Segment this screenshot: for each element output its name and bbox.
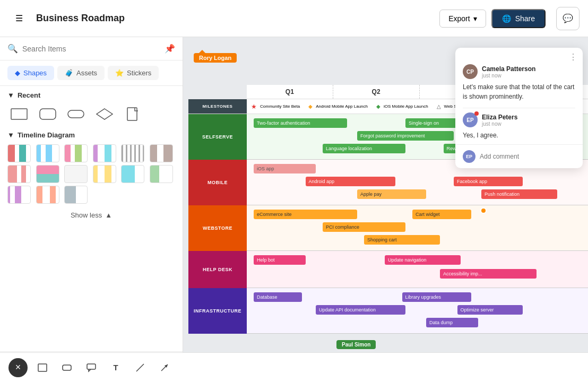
export-button[interactable]: Export ▾: [439, 10, 486, 28]
chevron-up-icon: ▲: [105, 211, 112, 219]
bar-server: Optimize server: [457, 305, 523, 315]
bar-ios: iOS app: [254, 164, 316, 173]
search-bar: 🔍 📌: [0, 37, 183, 60]
timeline-item-12[interactable]: [150, 165, 173, 183]
q2-header: Q2: [333, 85, 420, 99]
shapes-content: ▼ Recent ▼ Timeline Diagram: [0, 86, 183, 351]
timeline-item-13[interactable]: [7, 186, 31, 204]
share-label: Share: [515, 14, 535, 23]
bar-cart-widget: Cart widget: [412, 210, 471, 219]
header-actions: Export ▾ 🌐 Share 💬: [439, 7, 580, 30]
arrow-tool[interactable]: [155, 358, 174, 377]
bar-api: Update API documentation: [316, 305, 405, 315]
line-tool[interactable]: [131, 358, 150, 377]
globe-icon: 🌐: [502, 14, 511, 23]
timeline-item-2[interactable]: [36, 144, 59, 162]
tab-stickers[interactable]: ⭐ Stickers: [108, 66, 159, 80]
helpdesk-content: Help bot Update navigation Accessibility…: [247, 251, 588, 288]
comment-icon: 💬: [563, 13, 573, 23]
timeline-item-10[interactable]: [93, 165, 116, 183]
commenter-1-info: Camela Patterson just now: [482, 65, 535, 79]
comment-button[interactable]: 💬: [556, 7, 580, 30]
collapse-icon: ▼: [7, 91, 14, 99]
shape-rounded-rect[interactable]: [36, 105, 59, 124]
bar-helpbot: Help bot: [254, 255, 306, 265]
recent-section-header[interactable]: ▼ Recent: [7, 91, 175, 99]
infrastructure-content: Database Library upgrades Update API doc…: [247, 288, 588, 334]
avatar-camela: CP: [463, 64, 478, 79]
infrastructure-label: INFRASTRUCTURE: [188, 288, 247, 334]
timeline-section-header[interactable]: ▼ Timeline Diagram: [7, 131, 175, 139]
mobile-label: MOBILE: [188, 160, 247, 205]
shape-rectangle[interactable]: [7, 105, 31, 124]
timeline-item-1[interactable]: [7, 144, 31, 162]
user-tag-paul: Paul Simon: [336, 340, 376, 349]
comment-more-icon[interactable]: ⋮: [569, 52, 577, 62]
timeline-item-15[interactable]: [64, 186, 88, 204]
svg-rect-4: [127, 108, 137, 120]
bar-accessibility: Accessibility imp...: [440, 269, 537, 279]
bottom-toolbar: × T: [0, 352, 588, 382]
user-tag-rory: Rory Logan: [194, 53, 237, 63]
bar-updatenav: Update navigation: [385, 255, 461, 265]
timeline-item-4[interactable]: [93, 144, 116, 162]
commenter-2: EP Eliza Peters just now: [463, 112, 575, 127]
svg-rect-1: [40, 109, 56, 119]
stickers-icon: ⭐: [115, 69, 124, 77]
timeline-grid: [7, 144, 175, 204]
svg-rect-7: [87, 364, 96, 369]
bar-applepay: Apple pay: [357, 189, 426, 199]
svg-marker-3: [97, 109, 113, 119]
show-less-button[interactable]: Show less ▲: [7, 209, 175, 223]
bar-facebook: Facebook app: [454, 177, 523, 186]
bar-push: Push notification: [481, 189, 557, 199]
timeline-item-6[interactable]: [150, 144, 173, 162]
header: ☰ Business Roadmap Export ▾ 🌐 Share 💬: [0, 0, 588, 37]
timeline-item-8[interactable]: [36, 165, 59, 183]
timeline-item-7[interactable]: [7, 165, 31, 183]
search-input[interactable]: [22, 45, 160, 53]
menu-icon: ☰: [15, 13, 23, 23]
bar-shopping: Shopping cart: [364, 235, 440, 245]
rounded-rect-tool[interactable]: [57, 358, 76, 377]
selfserve-label: SELFSERVE: [188, 114, 247, 160]
bar-forgot: Forgot password improvement: [357, 131, 454, 141]
milestone-star-icon: ★: [251, 103, 257, 110]
svg-line-8: [136, 364, 144, 371]
menu-button[interactable]: ☰: [8, 8, 30, 29]
milestones-label: MILESTONES: [188, 99, 247, 114]
collapse-icon2: ▼: [7, 131, 14, 139]
tab-bar: ◆ Shapes 🧳 Assets ⭐ Stickers: [0, 60, 183, 86]
text-icon: T: [113, 363, 118, 372]
bar-library: Library upgrades: [402, 292, 471, 302]
shape-stadium[interactable]: [64, 105, 88, 124]
rectangle-tool[interactable]: [33, 358, 52, 377]
add-comment-area: EP: [455, 144, 583, 168]
close-button[interactable]: ×: [8, 358, 28, 377]
bar-2fa: Two-factor authentication: [254, 118, 347, 128]
svg-rect-0: [11, 109, 27, 119]
commenter-1: CP Camela Patterson just now: [463, 64, 575, 79]
callout-tool[interactable]: [82, 358, 101, 377]
timeline-item-3[interactable]: [64, 144, 88, 162]
timeline-item-9[interactable]: [64, 165, 88, 183]
tab-shapes[interactable]: ◆ Shapes: [7, 66, 54, 80]
pin-icon[interactable]: 📌: [165, 44, 175, 54]
shape-diamond[interactable]: [93, 105, 116, 124]
svg-rect-2: [68, 110, 84, 118]
add-comment-input[interactable]: [480, 153, 575, 160]
recent-shapes-grid: [7, 105, 175, 124]
infrastructure-row: INFRASTRUCTURE Database Library upgrades…: [188, 288, 588, 334]
tab-assets[interactable]: 🧳 Assets: [57, 66, 105, 80]
shape-document[interactable]: [122, 105, 145, 124]
sidebar: 🔍 📌 ◆ Shapes 🧳 Assets ⭐ Stickers ▼ Recen…: [0, 37, 183, 382]
commenter-2-info: Eliza Peters just now: [482, 114, 517, 127]
share-button[interactable]: 🌐 Share: [491, 9, 546, 28]
canvas-area[interactable]: Rory Logan Eli Scott Q1 Q2 Q3 Q4 MILESTO…: [183, 37, 588, 352]
timeline-item-11[interactable]: [121, 165, 144, 183]
timeline-item-14[interactable]: [36, 186, 59, 204]
timeline-item-5[interactable]: [121, 144, 144, 162]
text-tool[interactable]: T: [106, 358, 125, 377]
cart-indicator: [480, 207, 487, 214]
bar-database: Database: [254, 292, 302, 302]
